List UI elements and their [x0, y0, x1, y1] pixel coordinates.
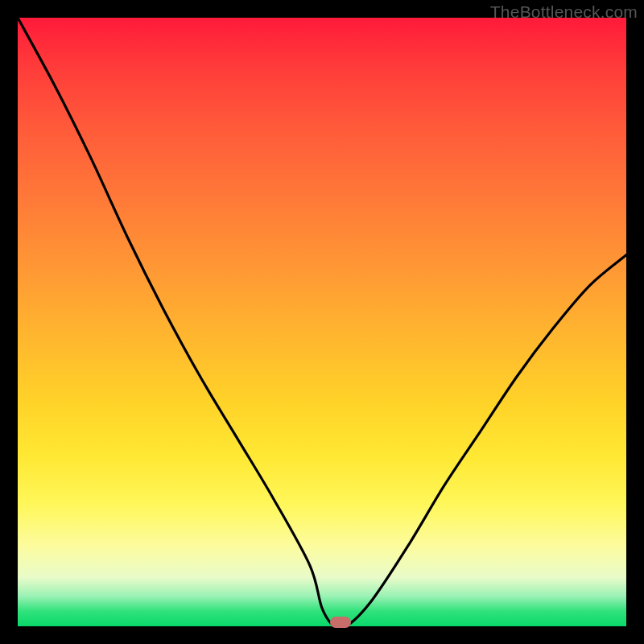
chart-frame: TheBottleneck.com	[0, 0, 644, 644]
bottleneck-curve	[18, 18, 626, 626]
plot-area	[18, 18, 626, 626]
watermark-text: TheBottleneck.com	[490, 2, 638, 22]
curve-path	[18, 18, 626, 626]
optimum-marker	[330, 617, 351, 628]
